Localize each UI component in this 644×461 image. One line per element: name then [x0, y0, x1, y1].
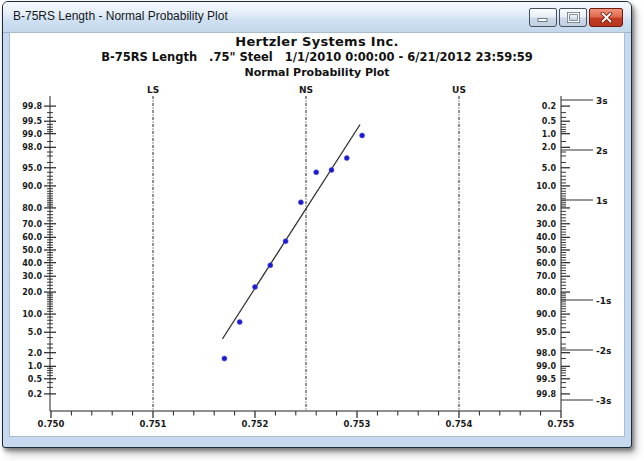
data-point[interactable] — [360, 133, 365, 138]
chart-header: Hertzler Systems Inc. B-75RS Length .75"… — [10, 34, 624, 79]
close-button[interactable] — [589, 8, 623, 27]
chart-panel: Hertzler Systems Inc. B-75RS Length .75"… — [9, 32, 625, 437]
data-point[interactable] — [222, 356, 227, 361]
chart-title: Hertzler Systems Inc. — [10, 34, 624, 49]
minimize-icon — [537, 13, 549, 23]
data-point[interactable] — [298, 200, 303, 205]
maximize-button[interactable] — [559, 8, 587, 27]
data-point[interactable] — [237, 319, 242, 324]
close-icon — [600, 12, 613, 23]
data-point[interactable] — [314, 170, 319, 175]
data-point[interactable] — [344, 156, 349, 161]
data-point[interactable] — [268, 263, 273, 268]
maximize-icon — [567, 12, 580, 23]
window-title: B-75RS Length - Normal Probability Plot — [13, 9, 228, 23]
data-point[interactable] — [253, 284, 258, 289]
data-point[interactable] — [329, 168, 334, 173]
chart-subtitle: B-75RS Length .75" Steel 1/1/2010 0:00:0… — [10, 50, 624, 64]
data-point[interactable] — [283, 239, 288, 244]
window-controls — [529, 8, 623, 27]
minimize-button[interactable] — [529, 8, 557, 27]
chart-type-label: Normal Probability Plot — [10, 66, 624, 79]
app-window: B-75RS Length - Normal Probability Plot … — [2, 1, 632, 448]
